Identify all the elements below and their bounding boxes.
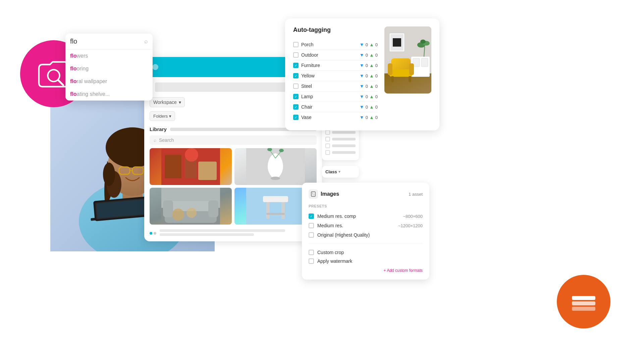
preset-row-medium[interactable]: Medium res. ~1200×1200 <box>309 221 423 230</box>
tag-up-lamp[interactable]: ▲ <box>369 94 374 99</box>
tag-checkbox-furniture[interactable] <box>293 63 299 68</box>
search-icon[interactable]: ⌕ <box>144 38 148 45</box>
tag-up-yellow[interactable]: ▲ <box>369 73 374 78</box>
preset-row-original[interactable]: Original (Highest Quality) <box>309 230 423 240</box>
tag-down-porch[interactable]: ▼ <box>360 42 364 47</box>
tag-up-furniture[interactable]: ▲ <box>369 63 374 68</box>
preset-row-medium-comp[interactable]: Medium res. comp ~800×600 <box>309 212 423 221</box>
suggestion-floating-shelves[interactable]: floating shelve... <box>65 88 153 101</box>
suggestion-rest-floral: ral wallpaper <box>77 78 107 84</box>
tag-down-lamp[interactable]: ▼ <box>360 94 364 99</box>
tag-checkbox-porch[interactable] <box>293 42 299 47</box>
tag-num-up-furniture: 0 <box>375 63 378 68</box>
dot-1 <box>150 232 152 235</box>
svg-rect-39 <box>266 202 270 219</box>
types-row-5[interactable] <box>325 150 356 155</box>
workspace-select[interactable]: Workspace ▾ <box>150 97 185 107</box>
image-thumb-vase[interactable] <box>234 148 317 185</box>
image-thumb-kitchen[interactable] <box>150 148 232 185</box>
tag-controls-vase: ▼ 0 ▲ 0 <box>360 115 378 120</box>
chair-image <box>384 26 431 94</box>
kitchen-illustration <box>150 148 232 185</box>
search-input-row[interactable]: flo ⌕ <box>65 34 153 50</box>
types-row-3[interactable] <box>325 137 356 141</box>
tag-down-steel[interactable]: ▼ <box>360 83 364 89</box>
suggestion-bold-flooring: flo <box>70 66 77 71</box>
library-search-bar[interactable]: ⌕ Search <box>150 135 317 145</box>
types-checkbox-2[interactable] <box>325 130 330 135</box>
preset-checkbox-medium-comp[interactable] <box>309 214 314 219</box>
tag-num-down-porch: 0 <box>366 42 368 47</box>
types-checkbox-4[interactable] <box>325 143 330 148</box>
tag-up-porch[interactable]: ▲ <box>369 42 374 47</box>
types-checkbox-5[interactable] <box>325 150 330 155</box>
vase-illustration <box>234 148 317 185</box>
svg-rect-37 <box>246 188 305 225</box>
tag-up-steel[interactable]: ▲ <box>369 83 374 89</box>
preset-name-medium: Medium res. <box>317 223 395 228</box>
images-panel-title: Images <box>309 189 339 199</box>
tag-num-up-porch: 0 <box>375 42 378 47</box>
svg-point-23 <box>271 177 280 180</box>
tag-down-vase[interactable]: ▼ <box>360 115 364 120</box>
tag-num-down-chair: 0 <box>366 105 368 110</box>
tag-row-steel: Steel ▼ 0 ▲ 0 <box>293 81 378 92</box>
tag-row-yellow: Yellow ▼ 0 ▲ 0 <box>293 71 378 81</box>
svg-rect-41 <box>266 213 285 215</box>
types-checkbox-3[interactable] <box>325 137 330 141</box>
library-title: Library <box>150 126 167 132</box>
suggestion-bold-floral: flo <box>70 78 77 84</box>
search-input-value[interactable]: flo <box>70 38 144 45</box>
suggestion-flowers[interactable]: flowers <box>65 50 153 62</box>
tag-checkbox-lamp[interactable] <box>293 94 299 99</box>
tag-checkbox-outdoor[interactable] <box>293 52 299 58</box>
types-row-2[interactable] <box>325 130 356 135</box>
preset-name-original: Original (Highest Quality) <box>317 232 419 238</box>
preset-checkbox-original[interactable] <box>309 232 314 238</box>
tag-name-chair: Chair <box>301 104 357 110</box>
extra-name-custom-crop: Custom crop <box>317 250 423 255</box>
folders-select[interactable]: Folders ▾ <box>150 111 175 121</box>
svg-rect-32 <box>163 200 173 217</box>
tag-down-chair[interactable]: ▼ <box>360 104 364 110</box>
tag-checkbox-chair[interactable] <box>293 104 299 110</box>
suggestion-flooring[interactable]: flooring <box>65 62 153 75</box>
tag-controls-furniture: ▼ 0 ▲ 0 <box>360 63 378 68</box>
image-thumb-sofa[interactable] <box>150 188 232 225</box>
extra-checkbox-watermark[interactable] <box>309 258 314 264</box>
types-row-4[interactable] <box>325 143 356 148</box>
svg-rect-54 <box>393 38 401 47</box>
tag-checkbox-steel[interactable] <box>293 83 299 89</box>
tag-num-up-chair: 0 <box>375 105 378 110</box>
tag-name-porch: Porch <box>301 42 357 47</box>
tag-name-lamp: Lamp <box>301 94 357 99</box>
sofa-illustration <box>150 188 232 225</box>
extra-row-watermark[interactable]: Apply watermark <box>309 257 423 265</box>
tag-down-yellow[interactable]: ▼ <box>360 73 364 78</box>
autotagging-title: Auto-tagging <box>293 26 378 34</box>
svg-rect-40 <box>281 202 285 219</box>
types-line-5 <box>332 151 356 154</box>
tag-controls-yellow: ▼ 0 ▲ 0 <box>360 73 378 78</box>
tag-up-outdoor[interactable]: ▲ <box>369 52 374 58</box>
extra-checkbox-custom-crop[interactable] <box>309 250 314 255</box>
add-formats-link[interactable]: + Add custom formats <box>309 268 423 273</box>
suggestion-floral-wallpaper[interactable]: floral wallpaper <box>65 75 153 88</box>
tag-name-vase: Vase <box>301 115 357 120</box>
tag-checkbox-vase[interactable] <box>293 115 299 120</box>
tag-num-up-vase: 0 <box>375 115 378 120</box>
svg-rect-33 <box>208 200 218 217</box>
types-line-2 <box>332 131 356 134</box>
suggestion-bold-floating: flo <box>70 91 77 97</box>
extra-row-custom-crop[interactable]: Custom crop <box>309 248 423 257</box>
tag-down-furniture[interactable]: ▼ <box>360 63 364 68</box>
tag-up-vase[interactable]: ▲ <box>369 115 374 120</box>
tag-up-chair[interactable]: ▲ <box>369 104 374 110</box>
svg-rect-56 <box>389 69 412 77</box>
tag-controls-lamp: ▼ 0 ▲ 0 <box>360 94 378 99</box>
preset-checkbox-medium[interactable] <box>309 223 314 228</box>
tag-checkbox-yellow[interactable] <box>293 73 299 78</box>
tag-down-outdoor[interactable]: ▼ <box>360 52 364 58</box>
workspace-label: Workspace <box>153 100 177 105</box>
tag-row-vase: Vase ▼ 0 ▲ 0 <box>293 112 378 122</box>
